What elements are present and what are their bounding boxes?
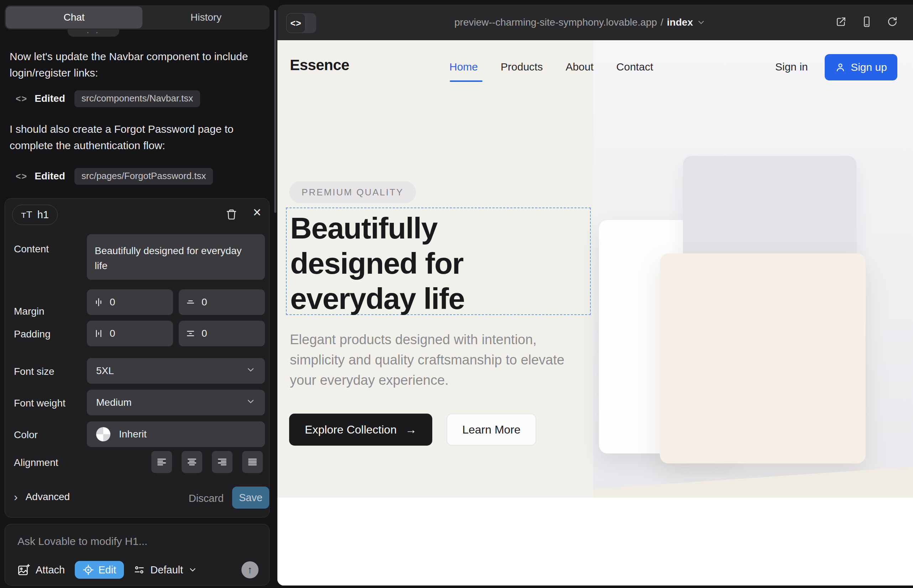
file-chip[interactable]: src/components/Navbar.tsx [74, 90, 201, 107]
smartphone-icon [861, 16, 873, 27]
url-domain: preview--charming-site-symphony.lovable.… [454, 17, 657, 28]
preview-url-bar[interactable]: preview--charming-site-symphony.lovable.… [277, 5, 883, 40]
preview-window: <> preview--charming-site-symphony.lovab… [277, 5, 913, 585]
composer-input[interactable]: Ask Lovable to modify H1... [18, 535, 249, 548]
alignment-label: Alignment [14, 457, 58, 468]
close-panel-button[interactable]: × [250, 205, 264, 219]
padding-x-icon [93, 328, 104, 339]
save-button[interactable]: Save [232, 486, 269, 509]
edit-mode-button[interactable]: Edit [75, 561, 124, 579]
nav-link-contact[interactable]: Contact [617, 61, 653, 73]
refresh-icon [887, 16, 898, 27]
open-external-button[interactable] [835, 16, 847, 29]
attach-button[interactable]: Attach [17, 564, 65, 576]
file-chip[interactable]: src/pages/ForgotPassword.tsx [74, 168, 213, 185]
refresh-button[interactable] [887, 16, 898, 29]
code-icon: <> [16, 171, 28, 181]
tab-history[interactable]: History [142, 5, 270, 29]
explore-label: Explore Collection [305, 423, 397, 436]
edited-label: Edited [34, 171, 65, 182]
align-center-icon [186, 456, 197, 468]
sliders-icon [133, 564, 145, 576]
sidebar-tabs: Chat History [5, 5, 270, 29]
arrow-up-icon: ↑ [248, 564, 253, 575]
hero-heading[interactable]: Beautifully designed for everyday life [290, 211, 465, 317]
element-tag-chip[interactable]: ᴛT h1 [12, 205, 58, 225]
hero-heading-line: everyday life [290, 281, 465, 317]
learn-more-label: Learn More [462, 423, 521, 436]
discard-button[interactable]: Discard [185, 491, 228, 506]
edited-label: Edited [34, 93, 65, 104]
target-icon [83, 564, 94, 575]
signup-label: Sign up [851, 61, 887, 73]
url-page: index [667, 17, 693, 28]
nav-link-about[interactable]: About [565, 61, 593, 73]
padding-x-input[interactable]: 0 [87, 321, 173, 346]
padding-y-value: 0 [202, 328, 207, 339]
chat-sidebar: Chat History · · Now let's update the Na… [0, 0, 278, 588]
nav-link-home[interactable]: Home [449, 61, 478, 73]
learn-more-button[interactable]: Learn More [447, 414, 536, 446]
chevron-down-icon [246, 396, 256, 409]
edited-file-row: <> Edited src/components/Navbar.tsx [10, 90, 200, 107]
content-input[interactable]: Beautifully designed for everyday life [87, 234, 265, 280]
padding-y-icon [185, 328, 196, 339]
hero-heading-line: designed for [290, 246, 465, 281]
tab-chat[interactable]: Chat [6, 6, 142, 29]
font-size-label: Font size [14, 366, 55, 377]
signin-link[interactable]: Sign in [775, 61, 808, 73]
font-size-value: 5XL [96, 365, 114, 376]
signup-button[interactable]: Sign up [825, 54, 897, 81]
content-value: Beautifully designed for everyday life [95, 244, 257, 273]
font-weight-value: Medium [96, 397, 132, 408]
hero-paragraph: Elegant products designed with intention… [290, 330, 585, 391]
align-justify-icon [247, 456, 258, 468]
margin-x-value: 0 [110, 297, 115, 308]
close-icon: × [253, 204, 261, 220]
send-button[interactable]: ↑ [241, 561, 259, 578]
attach-label: Attach [36, 564, 65, 576]
model-default-dropdown[interactable]: Default [133, 564, 197, 576]
advanced-toggle[interactable]: › Advanced [14, 491, 70, 502]
font-size-select[interactable]: 5XL [87, 358, 265, 384]
hero-cta-row: Explore Collection → Learn More [289, 414, 536, 446]
margin-x-input[interactable]: 0 [87, 289, 173, 315]
nav-link-products[interactable]: Products [501, 61, 543, 73]
site-bottom-section [277, 498, 913, 585]
chevron-down-icon [188, 565, 197, 575]
element-editor-panel: ᴛT h1 × Content Beautifully designed for… [5, 198, 270, 517]
align-right-button[interactable] [212, 451, 233, 473]
content-label: Content [14, 244, 49, 255]
sidebar-scrollbar[interactable] [274, 10, 276, 213]
font-weight-select[interactable]: Medium [87, 390, 265, 415]
site-logo[interactable]: Essence [290, 57, 349, 74]
color-swatch [96, 427, 110, 441]
color-select[interactable]: Inherit [87, 422, 265, 447]
margin-y-input[interactable]: 0 [179, 289, 265, 315]
align-left-button[interactable] [151, 451, 172, 473]
site-canvas: Essence Home Products About Contact Sign… [277, 40, 913, 585]
align-center-button[interactable] [181, 451, 202, 473]
tab-chat-label: Chat [63, 12, 84, 23]
alignment-group [151, 451, 263, 473]
nav-active-underline [450, 81, 482, 82]
composer-toolbar: Attach Edit Default ↑ [5, 560, 270, 580]
typography-icon: ᴛT [21, 210, 32, 220]
url-separator: / [660, 17, 664, 28]
attach-image-icon [17, 564, 30, 576]
external-link-icon [835, 16, 847, 27]
element-tag-label: h1 [37, 209, 49, 221]
explore-collection-button[interactable]: Explore Collection → [289, 414, 432, 446]
padding-y-input[interactable]: 0 [179, 321, 265, 346]
chevron-down-icon [696, 18, 706, 27]
delete-element-button[interactable] [224, 207, 239, 221]
dots-icon: · · [87, 29, 100, 35]
scrolled-chip-peek: · · [68, 29, 119, 37]
chat-composer: Ask Lovable to modify H1... Attach Edit … [5, 524, 270, 585]
chevron-right-icon: › [14, 492, 18, 502]
composer-placeholder: Ask Lovable to modify H1... [18, 535, 147, 547]
mobile-view-button[interactable] [861, 16, 873, 29]
align-left-icon [156, 456, 167, 468]
align-justify-button[interactable] [242, 451, 263, 473]
font-weight-label: Font weight [14, 397, 66, 409]
